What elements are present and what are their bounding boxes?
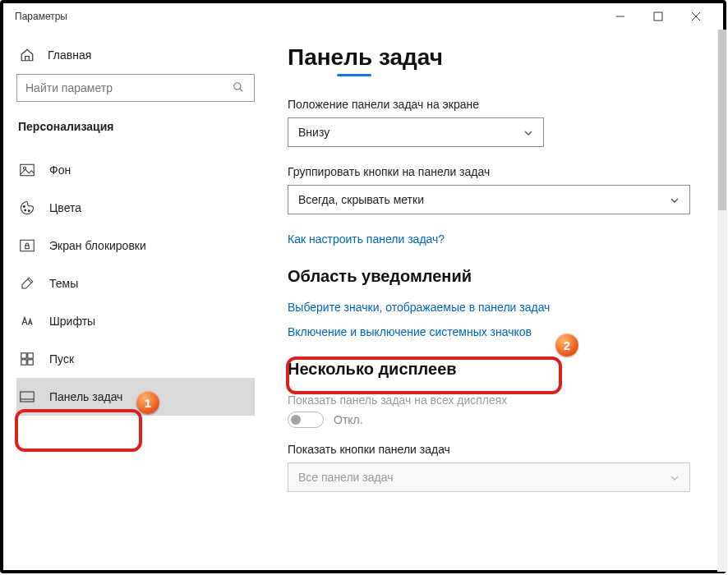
svg-point-7 (24, 167, 26, 169)
taskbar-icon (20, 389, 35, 404)
section-heading: Персонализация (16, 120, 255, 133)
vertical-scrollbar[interactable] (717, 30, 723, 570)
svg-rect-16 (28, 360, 33, 365)
chevron-down-icon (523, 127, 533, 137)
close-button[interactable] (677, 3, 715, 30)
scrollbar-thumb[interactable] (718, 30, 723, 210)
help-link[interactable]: Как настроить панели задач? (288, 232, 703, 246)
window-title: Параметры (12, 11, 601, 22)
toggle-state-label: Откл. (334, 413, 363, 426)
show-buttons-label: Показать кнопки панели задач (288, 443, 703, 456)
position-value: Внизу (298, 126, 329, 139)
sidebar-item-colors[interactable]: Цвета (16, 189, 255, 227)
svg-rect-1 (654, 12, 662, 21)
lockscreen-icon (20, 238, 35, 253)
group-label: Группировать кнопки на панели задач (288, 165, 703, 178)
search-input[interactable]: Найти параметр (16, 74, 255, 102)
svg-rect-17 (21, 392, 35, 402)
home-link[interactable]: Главная (16, 39, 255, 74)
svg-rect-15 (21, 360, 26, 365)
sidebar-item-start[interactable]: Пуск (16, 340, 255, 378)
sidebar-item-label: Пуск (49, 352, 74, 366)
sidebar-item-background[interactable]: Фон (16, 151, 255, 189)
svg-rect-6 (21, 164, 35, 176)
notification-area-heading: Область уведомлений (288, 267, 703, 286)
search-icon (233, 81, 246, 94)
position-select[interactable]: Внизу (288, 117, 544, 147)
svg-point-8 (23, 206, 25, 208)
search-placeholder: Найти параметр (25, 81, 233, 94)
accent-underline (337, 74, 371, 76)
group-value: Всегда, скрывать метки (298, 193, 424, 206)
home-icon (20, 48, 35, 62)
palette-icon (20, 200, 35, 215)
svg-line-5 (240, 89, 243, 92)
show-buttons-value: Все панели задач (298, 471, 393, 484)
fonts-icon (20, 314, 35, 329)
sidebar-item-label: Цвета (49, 201, 81, 214)
sidebar-item-label: Панель задач (49, 390, 122, 403)
start-icon (20, 352, 35, 366)
maximize-button[interactable] (639, 3, 677, 30)
svg-rect-12 (25, 246, 30, 249)
titlebar: Параметры (3, 3, 723, 30)
sidebar-item-label: Шрифты (49, 315, 95, 328)
svg-point-4 (234, 83, 241, 90)
multiple-displays-heading: Несколько дисплеев (288, 360, 703, 379)
sidebar-item-label: Фон (49, 163, 71, 177)
sidebar-item-themes[interactable]: Темы (16, 264, 255, 302)
home-label: Главная (48, 48, 91, 62)
sidebar-item-lockscreen[interactable]: Экран блокировки (16, 227, 255, 264)
minimize-button[interactable] (601, 3, 639, 30)
picture-icon (20, 163, 35, 177)
show-on-all-label: Показать панель задач на всех дисплеях (288, 393, 703, 407)
svg-rect-13 (21, 353, 26, 358)
svg-point-9 (25, 209, 26, 211)
page-title: Панель задач (288, 44, 703, 71)
brush-icon (20, 276, 35, 291)
group-select[interactable]: Всегда, скрывать метки (288, 185, 690, 214)
position-label: Положение панели задач на экране (288, 98, 703, 111)
main-content: Панель задач Положение панели задач на э… (268, 30, 723, 570)
select-icons-link[interactable]: Выберите значки, отображаемые в панели з… (288, 301, 703, 314)
chevron-down-icon (670, 195, 680, 205)
chevron-down-icon (670, 472, 680, 482)
system-icons-link[interactable]: Включение и выключение системных значков (288, 325, 703, 338)
show-buttons-select: Все панели задач (288, 462, 690, 492)
sidebar-item-fonts[interactable]: Шрифты (16, 302, 255, 340)
show-on-all-toggle[interactable] (288, 412, 324, 428)
svg-point-10 (28, 210, 30, 212)
svg-rect-14 (28, 353, 33, 358)
sidebar-item-taskbar[interactable]: Панель задач (16, 378, 255, 416)
sidebar-item-label: Темы (49, 277, 78, 290)
sidebar-item-label: Экран блокировки (49, 239, 146, 252)
sidebar: Главная Найти параметр Персонализация Фо… (3, 30, 268, 570)
